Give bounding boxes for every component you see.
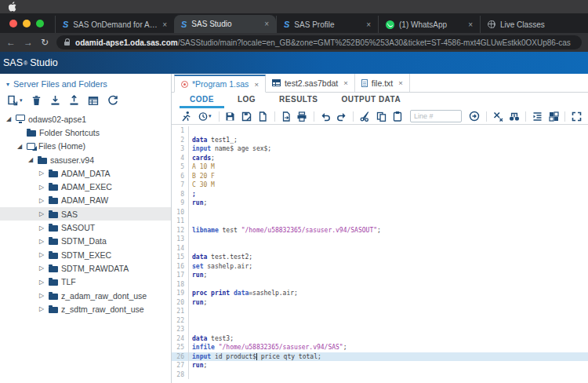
browser-tab[interactable]: SAS Profile × <box>276 16 378 33</box>
redo-button[interactable] <box>335 109 348 123</box>
tree-item[interactable]: ▷ SDTM_Data <box>0 235 171 248</box>
copy-button[interactable] <box>375 109 388 123</box>
save-button[interactable] <box>223 109 237 123</box>
code-line[interactable]: 2 data test1_; <box>172 136 588 145</box>
tree-item[interactable]: ▷ SASOUT <box>0 221 171 234</box>
tree-caret-icon[interactable]: ▷ <box>38 238 45 245</box>
apple-icon[interactable] <box>6 2 19 12</box>
indent-button[interactable] <box>531 109 544 123</box>
export-button[interactable] <box>279 109 292 123</box>
code-line[interactable]: 25 infile "/home/u58832365/sasuser.v94/S… <box>172 343 588 352</box>
tab-close-icon[interactable]: × <box>254 80 259 89</box>
tree-item[interactable]: ▷ z_sdtm_raw_dont_use <box>0 302 171 316</box>
tree-caret-icon[interactable]: ▷ <box>38 292 45 299</box>
tree-item[interactable]: ▷ SDTM_RAWDATA <box>0 261 171 275</box>
back-icon[interactable]: ← <box>6 38 16 47</box>
tree-caret-icon[interactable]: ▷ <box>38 197 45 204</box>
view-tab[interactable]: LOG <box>227 93 266 108</box>
format-code-button[interactable] <box>547 109 561 123</box>
code-line[interactable]: 13 <box>172 235 588 244</box>
code-line[interactable]: 8 ; <box>172 190 588 199</box>
sidebar-section-header[interactable]: ▾ Server Files and Folders <box>0 74 171 92</box>
code-line[interactable]: 24 data test3; <box>172 334 588 344</box>
code-line[interactable]: 16 set sashelp.air; <box>172 262 588 272</box>
tree-caret-icon[interactable]: ▷ <box>38 305 45 312</box>
browser-tab[interactable]: (1) WhatsApp × <box>378 16 480 33</box>
tree-item[interactable]: ▷ SAS <box>0 207 171 221</box>
code-line[interactable]: 9 run; <box>172 199 588 208</box>
paste-button[interactable] <box>390 109 404 123</box>
run-button[interactable] <box>180 109 193 123</box>
cut-button[interactable] <box>358 109 372 123</box>
tree-item[interactable]: ▷ ADAM_DATA <box>0 166 171 180</box>
code-line[interactable]: 17 run; <box>172 271 588 280</box>
upload-button[interactable] <box>68 94 80 107</box>
tab-close-icon[interactable]: × <box>264 20 269 28</box>
code-line[interactable]: 19 proc print data=sashelp.air; <box>172 289 588 298</box>
tree-caret-icon[interactable]: ◢ <box>27 156 34 163</box>
tree-caret-icon[interactable]: ◢ <box>16 143 24 150</box>
tree-item[interactable]: ▷ TLF <box>0 275 171 289</box>
window-controls[interactable] <box>0 20 55 33</box>
code-line[interactable]: 6 B 20 F <box>172 172 588 181</box>
clear-code-button[interactable] <box>492 109 505 123</box>
tree-caret-icon[interactable]: ▷ <box>38 170 45 177</box>
address-bar[interactable]: odamid-apse1.oda.sas.com/SASStudio/main?… <box>56 35 582 49</box>
tree-item[interactable]: ▷ ADAM_EXEC <box>0 180 171 193</box>
tree-item[interactable]: ◢ Files (Home) <box>0 140 171 153</box>
reload-icon[interactable]: ↻ <box>41 38 49 47</box>
browser-tab[interactable]: Live Classes <box>480 16 582 33</box>
undo-button[interactable] <box>319 109 332 123</box>
new-program-button[interactable] <box>256 109 270 123</box>
tree-caret-icon[interactable]: ▷ <box>38 224 45 232</box>
submission-history-button[interactable]: ▾ <box>196 109 214 123</box>
goto-line-input[interactable] <box>410 110 462 122</box>
forward-icon[interactable]: → <box>24 38 33 47</box>
lock-icon[interactable] <box>64 42 70 46</box>
tree-caret-icon[interactable]: ◢ <box>5 115 13 122</box>
code-line[interactable]: 18 <box>172 280 588 290</box>
tree-item[interactable]: ◢ odaws02-apse1 <box>0 112 171 126</box>
tree-caret-icon[interactable]: ▷ <box>38 251 45 258</box>
tree-item[interactable]: ▷ z_adam_raw_dont_use <box>0 289 171 302</box>
file-tab[interactable]: test2.sas7bdat × <box>266 74 355 92</box>
properties-button[interactable] <box>87 95 100 107</box>
code-line[interactable]: 27 run; <box>172 361 588 370</box>
refresh-icon[interactable] <box>107 94 119 107</box>
code-line[interactable]: 5 A 10 M <box>172 162 588 172</box>
tree-item[interactable]: Folder Shortcuts <box>0 126 171 139</box>
code-line[interactable]: 10 <box>172 208 588 217</box>
code-line[interactable]: 3 input name$ age sex$; <box>172 144 588 154</box>
zoom-window-button[interactable] <box>36 20 44 27</box>
tree-item[interactable]: ▷ SDTM_EXEC <box>0 248 171 261</box>
tab-close-icon[interactable]: × <box>366 20 371 29</box>
close-window-button[interactable] <box>9 20 17 27</box>
view-tab[interactable]: CODE <box>180 93 224 108</box>
new-item-button[interactable]: ▾ <box>6 94 24 107</box>
tree-item[interactable]: ▷ ADAM_RAW <box>0 194 171 207</box>
code-line[interactable]: 28 <box>172 370 588 380</box>
browser-tab[interactable]: SAS OnDemand for Academics × <box>55 16 174 33</box>
save-as-button[interactable] <box>240 109 253 123</box>
code-line[interactable]: 23 <box>172 325 588 334</box>
code-line[interactable]: 15 data test.test2; <box>172 253 588 262</box>
file-tab[interactable]: *Program 1.sas × <box>174 75 266 93</box>
tab-close-icon[interactable]: × <box>468 20 473 29</box>
goto-line-button[interactable] <box>468 109 481 123</box>
tab-close-icon[interactable]: × <box>398 78 403 87</box>
code-line[interactable]: 11 <box>172 217 588 226</box>
tree-caret-icon[interactable]: ▷ <box>38 184 45 191</box>
code-line[interactable]: 26 input id product$ price qty total; <box>172 352 588 362</box>
code-line[interactable]: 20 run; <box>172 298 588 308</box>
download-button[interactable] <box>49 94 61 107</box>
tab-close-icon[interactable]: × <box>162 20 167 29</box>
view-tab[interactable]: OUTPUT DATA <box>332 93 412 108</box>
chevron-down-icon[interactable]: ▾ <box>6 81 9 88</box>
tree-caret-icon[interactable]: ▷ <box>38 279 45 286</box>
print-button[interactable] <box>296 109 309 123</box>
tree-item[interactable]: ◢ sasuser.v94 <box>0 153 171 166</box>
browser-tab[interactable]: SAS Studio × <box>174 15 276 33</box>
code-line[interactable]: 4 cards; <box>172 154 588 163</box>
code-line[interactable]: 7 C 30 M <box>172 181 588 190</box>
maximize-view-button[interactable] <box>570 109 583 123</box>
